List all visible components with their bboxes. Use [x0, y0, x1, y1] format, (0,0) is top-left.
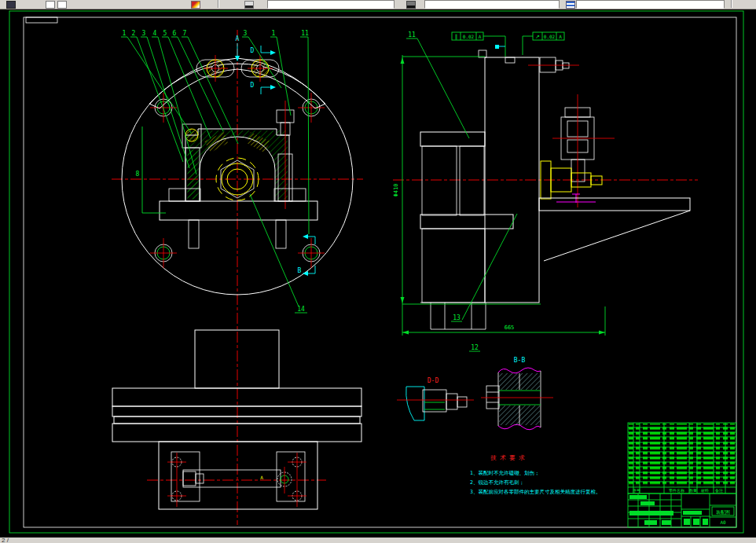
datum-a-label: A	[260, 475, 263, 480]
open-file-icon[interactable]	[57, 1, 67, 9]
mount-plate	[539, 198, 690, 261]
balloon-2: 2	[132, 30, 136, 37]
bolt-hole	[150, 93, 177, 123]
tech-item-2: 2、锐边不允许有毛刺；	[470, 479, 524, 486]
title-block: 装配图 A0	[628, 493, 736, 527]
bom-header-note: 备注	[715, 488, 723, 493]
dimensions: Φ410 665	[393, 55, 605, 336]
gdt-frames: ∥ 0.02 A ↗ 0.02 A	[452, 32, 564, 57]
gdt1-tolerance: 0.02	[463, 34, 475, 39]
balloon-11-section: 11	[408, 31, 416, 39]
bolt-hole	[298, 238, 325, 268]
balloon-8: 8	[136, 171, 140, 178]
linetype-icon[interactable]	[566, 1, 575, 9]
drawing-svg: 1 2 3 4 5 6 7 3 1 11 8 14 A D D	[0, 9, 756, 537]
balloon-6: 6	[173, 30, 177, 37]
new-file-icon[interactable]	[46, 1, 55, 9]
toolbar	[0, 0, 756, 9]
balloon-13: 13	[453, 314, 461, 321]
section-balloons: 11 13 12	[406, 31, 517, 351]
linetype-combo[interactable]	[576, 0, 725, 9]
balloon-3: 3	[142, 30, 146, 37]
toolbar-separator	[218, 0, 219, 8]
gdt2-tolerance: 0.02	[544, 34, 556, 39]
balloon-1b: 1	[272, 30, 276, 37]
command-line-text: 2 /	[2, 537, 9, 543]
pencil-icon[interactable]	[6, 1, 16, 9]
gdt1-symbol: ∥	[455, 34, 458, 40]
tech-requirements: 技 术 要 求 1、装配时不允许磕碰、划伤； 2、锐边不允许有毛刺； 3、装配前…	[470, 454, 600, 495]
tech-item-3: 3、装配前应对各零部件的主要尺寸及相关精度进行复检。	[470, 489, 600, 495]
balloon-4: 4	[153, 30, 157, 37]
detail-bb: B-B	[481, 357, 553, 430]
detail-dd-title: D-D	[428, 377, 439, 384]
side-clamp	[552, 94, 615, 207]
detail-bb-title: B-B	[514, 357, 526, 364]
balloon-3b: 3	[244, 30, 248, 37]
balloon-7: 7	[183, 30, 187, 37]
gdt1-datum: A	[479, 34, 482, 39]
bom-header-name: 零件名称	[669, 488, 684, 493]
balloon-12: 12	[471, 344, 479, 351]
bom-header-qty: 数量	[689, 488, 697, 493]
bom-header-material: 材料	[700, 488, 709, 493]
tech-item-1: 1、装配时不允许磕碰、划伤；	[470, 470, 539, 476]
section-cut-d-label: D	[251, 47, 255, 54]
balloon-11-front: 11	[301, 30, 309, 37]
bolt-hole	[150, 238, 177, 268]
sheet-size: A0	[720, 519, 726, 525]
bracket-bolts	[167, 453, 306, 507]
section-cut-b-label: B	[298, 267, 302, 274]
bom-table: 序号 零件名称 数量 材料 备注	[628, 423, 736, 493]
dim-overall: 665	[505, 325, 515, 331]
drawing-title: 装配图	[716, 509, 730, 515]
color-icon[interactable]	[406, 1, 416, 9]
toolbar-separator-2	[731, 0, 732, 8]
gdt2-datum: A	[559, 34, 562, 39]
redline-icon[interactable]	[191, 1, 200, 9]
top-clamp	[528, 57, 579, 72]
view-arrow-a-label: A	[236, 35, 240, 42]
section-cut-d-label2: D	[251, 82, 255, 89]
section-view: ∥ 0.02 A ↗ 0.02 A Φ410	[393, 31, 690, 351]
bolt-hole	[298, 93, 325, 123]
status-bar: 2 /	[0, 537, 756, 543]
drawing-canvas[interactable]: 1 2 3 4 5 6 7 3 1 11 8 14 A D D	[0, 9, 756, 537]
detail-dd: D-D	[397, 377, 474, 420]
gdt2-symbol: ↗	[535, 34, 540, 40]
balloon-14: 14	[297, 306, 305, 313]
layer-combo[interactable]	[267, 0, 395, 9]
dim-diameter: Φ410	[393, 184, 399, 197]
balloon-5: 5	[163, 30, 167, 37]
balloon-1: 1	[123, 30, 127, 37]
tech-title: 技 术 要 求	[490, 454, 525, 461]
centerlines	[112, 30, 698, 525]
front-view: 1 2 3 4 5 6 7 3 1 11 8 14 A D D	[121, 30, 353, 313]
layer-icon[interactable]	[244, 1, 254, 9]
bottom-view: A	[112, 330, 361, 509]
color-combo[interactable]	[424, 0, 560, 9]
bom-header-no: 序号	[633, 488, 640, 493]
